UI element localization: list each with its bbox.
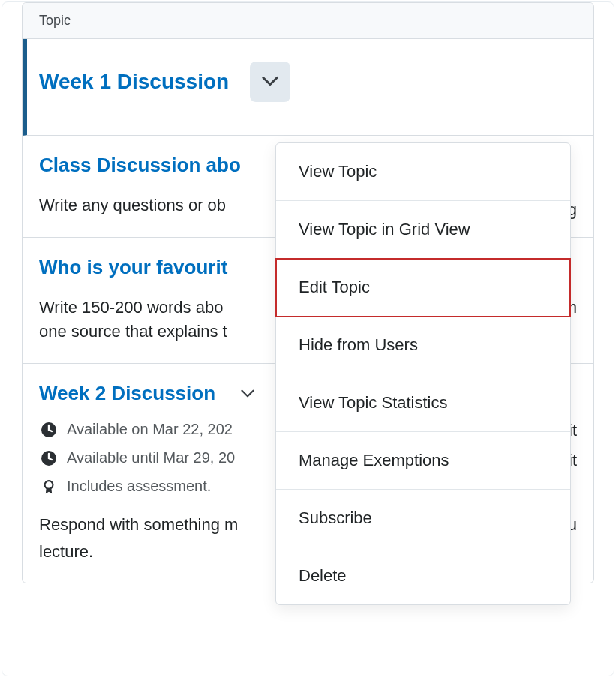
- topic-title-link[interactable]: Week 1 Discussion: [39, 70, 229, 94]
- svg-point-2: [45, 481, 53, 489]
- topic-actions-button[interactable]: [250, 62, 290, 102]
- topic-title-link[interactable]: Who is your favourit: [39, 256, 227, 279]
- chevron-down-icon: [262, 76, 278, 88]
- availability-start-text: Available on Mar 22, 202: [67, 421, 233, 438]
- menu-item-grid-view[interactable]: View Topic in Grid View: [276, 201, 570, 259]
- chevron-down-icon[interactable]: [241, 389, 254, 398]
- clock-icon: [39, 448, 59, 468]
- menu-item-hide[interactable]: Hide from Users: [276, 316, 570, 374]
- menu-item-exemptions[interactable]: Manage Exemptions: [276, 432, 570, 490]
- topic-row: Week 1 Discussion: [23, 39, 593, 136]
- assessment-text: Includes assessment.: [67, 478, 211, 495]
- topic-actions-menu: View Topic View Topic in Grid View Edit …: [275, 142, 571, 605]
- table-header-label: Topic: [39, 13, 71, 28]
- ribbon-icon: [39, 477, 59, 496]
- table-header: Topic: [23, 3, 593, 39]
- menu-item-edit-topic[interactable]: Edit Topic: [276, 259, 570, 316]
- menu-item-view-topic[interactable]: View Topic: [276, 143, 570, 201]
- availability-end-text: Available until Mar 29, 20: [67, 449, 235, 466]
- menu-item-delete[interactable]: Delete: [276, 548, 570, 604]
- topic-title-link[interactable]: Class Discussion abo: [39, 154, 241, 177]
- menu-item-subscribe[interactable]: Subscribe: [276, 490, 570, 548]
- topic-title-line: Week 1 Discussion: [39, 62, 577, 102]
- menu-item-statistics[interactable]: View Topic Statistics: [276, 374, 570, 432]
- topic-title-link[interactable]: Week 2 Discussion: [39, 382, 215, 405]
- clock-icon: [39, 420, 59, 440]
